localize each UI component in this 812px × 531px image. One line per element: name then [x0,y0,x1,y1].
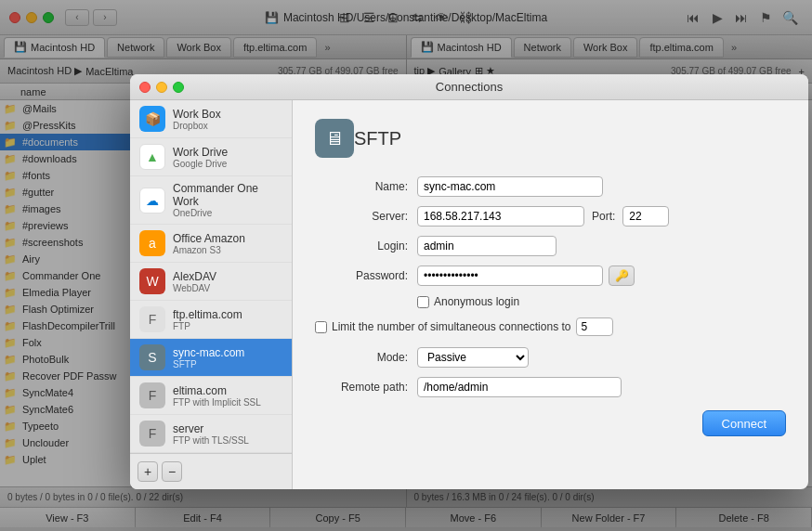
limit-text: Limit the number of simultaneous connect… [332,320,570,333]
conn-item-text: eltima.com FTP with Implicit SSL [173,384,261,408]
conn-icon: ☁ [139,188,165,214]
form-label-login: Login: [315,240,408,253]
conn-icon: a [139,230,165,256]
conn-item-name: server [173,422,249,435]
conn-item-text: Office Amazon Amazon S3 [173,232,245,255]
conn-item-sub: FTP with Implicit SSL [173,397,261,408]
conn-item-sub: FTP [173,321,242,331]
remove-connection-button[interactable]: − [162,461,182,482]
connect-button[interactable]: Connect [702,410,786,436]
conn-item-name: AlexDAV [173,270,216,283]
conn-item-text: Work Drive Google Drive [173,146,228,169]
form-row-name: Name: [315,176,786,197]
form-row-login: Login: [315,236,786,256]
conn-item-text: sync-mac.com SFTP [173,346,244,369]
conn-type-name: SFTP [354,128,401,149]
conn-item-work-drive[interactable]: ▲ Work Drive Google Drive [130,138,292,176]
conn-icon: S [139,344,165,370]
form-anon-row: Anonymous login [417,295,786,308]
conn-item-sub: OneDrive [173,208,282,218]
conn-icon: ▲ [139,144,165,170]
conn-item-sub: Amazon S3 [173,245,245,255]
conn-item-text: AlexDAV WebDAV [173,270,216,293]
conn-item-text: Commander One Work OneDrive [173,182,282,218]
connection-list: 📦 Work Box Dropbox ▲ Work Drive Google D… [130,100,292,453]
dialog-close[interactable] [139,82,151,93]
conn-item-name: sync-mac.com [173,346,244,359]
conn-item-name: Work Box [173,108,221,121]
form-input-password[interactable] [417,266,603,286]
connections-dialog: Connections 📦 Work Box Dropbox ▲ Work Dr… [130,74,808,489]
conn-icon: W [139,268,165,294]
conn-item-text: ftp.eltima.com FTP [173,308,242,331]
form-key-button[interactable]: 🔑 [609,266,635,286]
form-limit-row: Limit the number of simultaneous connect… [315,317,786,336]
dialog-title: Connections [436,80,503,94]
conn-item-name: Work Drive [173,146,228,159]
conn-icon: F [139,306,165,332]
conn-type-header: 🖥 SFTP [315,119,786,158]
conn-item-commander-one-work[interactable]: ☁ Commander One Work OneDrive [130,176,292,225]
conn-item-sub: Google Drive [173,159,228,169]
limit-checkbox[interactable] [315,321,327,333]
conn-item-sync-mac-com[interactable]: S sync-mac.com SFTP [130,339,292,377]
anon-label: Anonymous login [434,295,519,308]
sftp-icon: 🖥 [315,119,354,158]
conn-item-ftp-eltima-com[interactable]: F ftp.eltima.com FTP [130,301,292,339]
form-label-mode: Mode: [315,351,408,364]
conn-item-sub: FTP with TLS/SSL [173,435,249,446]
form-port-label: Port: [592,210,615,223]
form-row-server: Server: Port: [315,206,786,227]
dialog-max[interactable] [173,82,184,93]
form-input-name[interactable] [417,176,603,197]
form-connect-row: Connect [315,410,786,436]
conn-item-name: ftp.eltima.com [173,308,242,321]
conn-item-server[interactable]: F server FTP with TLS/SSL [130,415,292,453]
dialog-body: 📦 Work Box Dropbox ▲ Work Drive Google D… [130,100,808,489]
conn-item-name: Office Amazon [173,232,245,245]
conn-item-sub: SFTP [173,359,244,369]
form-input-path[interactable] [417,377,622,397]
conn-item-work-box[interactable]: 📦 Work Box Dropbox [130,100,292,138]
form-row-path: Remote path: [315,377,786,397]
form-label-password: Password: [315,269,408,282]
conn-item-eltima-com[interactable]: F eltima.com FTP with Implicit SSL [130,377,292,415]
add-connection-button[interactable]: + [138,461,158,482]
conn-sidebar-bottom: + − [130,453,292,489]
form-input-limit[interactable] [576,317,613,336]
conn-item-name: eltima.com [173,384,261,397]
conn-icon: F [139,382,165,408]
conn-icon: F [139,421,165,447]
form-input-login[interactable] [417,236,557,256]
form-mode-row: Mode: Passive Active [315,347,786,368]
dialog-traffic-lights[interactable] [139,82,184,93]
conn-item-sub: Dropbox [173,121,221,131]
anon-checkbox[interactable] [417,296,429,308]
conn-icon: 📦 [139,106,165,132]
connection-form: 🖥 SFTP Name: Server: Port: Login: Passwo… [293,100,808,489]
conn-item-name: Commander One Work [173,182,282,208]
form-input-server[interactable] [417,206,584,227]
conn-item-office-amazon[interactable]: a Office Amazon Amazon S3 [130,225,292,263]
form-select-mode[interactable]: Passive Active [417,347,529,368]
form-label-name: Name: [315,180,408,193]
conn-item-alexdav[interactable]: W AlexDAV WebDAV [130,263,292,301]
form-input-port[interactable] [622,206,669,227]
form-label-server: Server: [315,210,408,223]
conn-item-sub: WebDAV [173,283,216,293]
connection-sidebar: 📦 Work Box Dropbox ▲ Work Drive Google D… [130,100,293,489]
conn-item-text: server FTP with TLS/SSL [173,422,249,446]
form-label-path: Remote path: [315,381,408,394]
form-row-password: Password: 🔑 [315,266,786,286]
conn-item-text: Work Box Dropbox [173,108,221,131]
dialog-min[interactable] [156,82,167,93]
dialog-title-bar: Connections [130,74,808,100]
